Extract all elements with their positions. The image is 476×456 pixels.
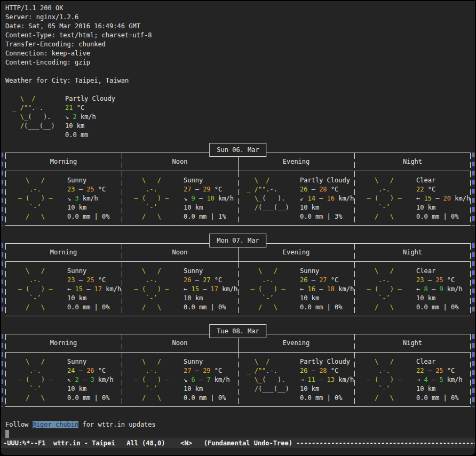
ascii-art-line bbox=[243, 394, 295, 403]
art-sun-part: .-. bbox=[10, 276, 41, 284]
precip-value: 0.0 mm | 0% bbox=[416, 213, 458, 220]
temp-unit: °C bbox=[211, 186, 223, 193]
art-sun-part: \_ bbox=[9, 113, 28, 121]
ascii-art-line: `-’ bbox=[10, 294, 62, 303]
wind-high: 9 bbox=[439, 285, 443, 293]
wind-direction-arrow: ↘ bbox=[67, 195, 75, 202]
art-sun-part: – ( ) – bbox=[359, 285, 401, 293]
precip-value: 0.0 mm | 0% bbox=[184, 303, 226, 311]
wind-dash: – bbox=[432, 195, 443, 202]
emacs-modeline[interactable]: -UUU:%*--F1 wttr.in - Taipei All (48,0) … bbox=[1, 438, 475, 448]
temperature-line: 24 – 26 °C bbox=[67, 366, 114, 375]
fringe-truncation-indicator bbox=[4, 334, 4, 407]
precipitation-line: 0.0 mm | 0% bbox=[67, 303, 121, 312]
condition-label: Sunny bbox=[184, 357, 230, 366]
condition-text: Partly Cloudy bbox=[65, 95, 115, 102]
date-label: Mon 07. Mar bbox=[217, 237, 259, 244]
art-sun-part: \_ bbox=[243, 376, 262, 383]
precip-value: 0.0 mm | 3% bbox=[300, 213, 342, 220]
temp-dash: – bbox=[307, 186, 319, 193]
art-sun-part: `-’ bbox=[126, 204, 157, 211]
temperature-line: 26 – 28 °C bbox=[300, 366, 354, 375]
ascii-art-line: \ / bbox=[359, 357, 411, 366]
art-sun-part: `-’ bbox=[126, 294, 157, 302]
art-sun-part: \ / bbox=[126, 358, 161, 365]
ascii-art-line: \ / bbox=[359, 267, 411, 276]
forecast-info: Sunny 27 – 29 °C ↘ 6 – 7 km/h 10 km 0.0 … bbox=[184, 357, 230, 403]
forecast-info: Clear 23 – 25 °C ← 8 – 9 km/h 10 km 0.0 … bbox=[416, 267, 463, 312]
wind-low: 8 bbox=[424, 285, 427, 293]
forecast-info: Sunny 26 – 27 °C ← 15 – 17 km/h 10 km 0.… bbox=[184, 267, 237, 312]
ascii-art-line: .-. bbox=[10, 276, 62, 285]
precip-value: 0.0 mm | 0% bbox=[416, 303, 458, 311]
table-border bbox=[354, 244, 355, 316]
ascii-art-line: / \ bbox=[359, 212, 411, 221]
ascii-art-line: – ( ) – bbox=[359, 194, 411, 203]
condition-label: Sunny bbox=[67, 176, 109, 185]
date-label: Sun 06. Mar bbox=[217, 146, 259, 154]
text-cursor bbox=[5, 430, 9, 438]
temp-dash: – bbox=[191, 276, 203, 284]
temp-low: 22 bbox=[416, 186, 424, 193]
ascii-art-line: .-. bbox=[10, 185, 62, 194]
sunny-icon: \ / .-. – ( ) – `-’ / \ bbox=[126, 176, 178, 221]
period-header: Evening bbox=[238, 157, 354, 166]
wind-line: ← 15 – 17 km/h bbox=[67, 285, 121, 294]
precipitation-line: 0.0 mm | 0% bbox=[184, 303, 237, 312]
wind-low: 15 bbox=[75, 285, 82, 293]
ascii-art-line bbox=[9, 131, 60, 140]
table-border bbox=[238, 353, 239, 406]
ascii-art-line: – ( ) – bbox=[359, 375, 411, 385]
condition-text: Partly Cloudy bbox=[300, 358, 350, 365]
ascii-art-line: \ / bbox=[359, 176, 411, 185]
ascii-art-line: .-. bbox=[126, 276, 178, 285]
period-header: Morning bbox=[5, 157, 122, 166]
ascii-art-line: – ( ) – bbox=[243, 285, 295, 294]
twitter-handle-link[interactable]: @igor_chubin bbox=[33, 421, 79, 428]
art-sun-part: – ( ) – bbox=[126, 376, 169, 383]
ascii-art-line: \ / bbox=[10, 267, 62, 276]
precipitation-line: 0.0 mm | 0% bbox=[300, 303, 354, 312]
art-sun-part: / \ bbox=[10, 394, 45, 402]
art-sun-part: \ / bbox=[10, 267, 45, 275]
forecast-cell: \ / .-. – ( ) – `-’ / \ Sunny 23 – 25 °C… bbox=[5, 176, 122, 221]
wind-unit: km/h bbox=[215, 195, 234, 202]
wind-dash: – bbox=[83, 285, 94, 293]
forecast-cell: \ / .-. – ( ) – `-’ / \ Sunny 26 – 27 °C… bbox=[122, 267, 238, 312]
forecast-cell: \ / .-. – ( ) – `-’ / \ Sunny 26 – 27 °C… bbox=[238, 267, 354, 312]
http-header-line: Content-Type: text/html; charset=utf-8 bbox=[5, 31, 471, 40]
wind-line: ← 15 – 20 km/h bbox=[416, 194, 470, 203]
period-header: Night bbox=[354, 248, 471, 257]
ascii-art-line: \ / bbox=[243, 357, 295, 366]
wind-line: ↘ 9 – 10 km/h bbox=[184, 194, 234, 203]
visibility-value: 10 km bbox=[416, 204, 435, 211]
condition-label: Partly Cloudy bbox=[65, 94, 115, 103]
temp-low: 21 bbox=[65, 104, 73, 111]
temp-dash: – bbox=[75, 186, 86, 193]
precipitation-line: 0.0 mm | 0% bbox=[300, 394, 354, 403]
precipitation-line: 0.0 mm | 1% bbox=[184, 212, 234, 221]
ascii-art-line: / \ bbox=[10, 303, 62, 312]
art-sun-part: .-. bbox=[126, 367, 157, 374]
condition-text: Sunny bbox=[67, 358, 86, 365]
wind-direction-arrow: ← bbox=[184, 285, 191, 293]
http-header-line: Server: nginx/1.2.6 bbox=[5, 13, 471, 22]
art-sun-part: – ( ) – bbox=[10, 285, 52, 293]
fringe-truncation-indicator bbox=[472, 153, 474, 226]
temp-low: 26 bbox=[184, 276, 191, 284]
wind-line: ↘ 3 km/h bbox=[67, 194, 109, 203]
art-sun-part: – ( ) – bbox=[126, 285, 169, 293]
wind-unit: km/h bbox=[451, 195, 470, 202]
ascii-art-line: / \ bbox=[10, 212, 62, 221]
art-sun-part: / bbox=[9, 122, 24, 130]
wind-low: 9 bbox=[191, 195, 195, 202]
date-label: Tue 08. Mar bbox=[217, 327, 259, 335]
art-sun-part: .-. bbox=[10, 186, 41, 193]
precip-value: 0.0 mm | 0% bbox=[416, 394, 458, 402]
table-border bbox=[470, 334, 471, 406]
wind-line: → 4 – 5 km/h bbox=[416, 375, 463, 385]
ascii-art-line: \ / bbox=[126, 267, 178, 276]
art-cloud-part: (___(__) bbox=[258, 204, 289, 211]
modeline-flags: -UUU:%*--F1 bbox=[3, 439, 53, 447]
temp-dash: – bbox=[424, 367, 435, 374]
